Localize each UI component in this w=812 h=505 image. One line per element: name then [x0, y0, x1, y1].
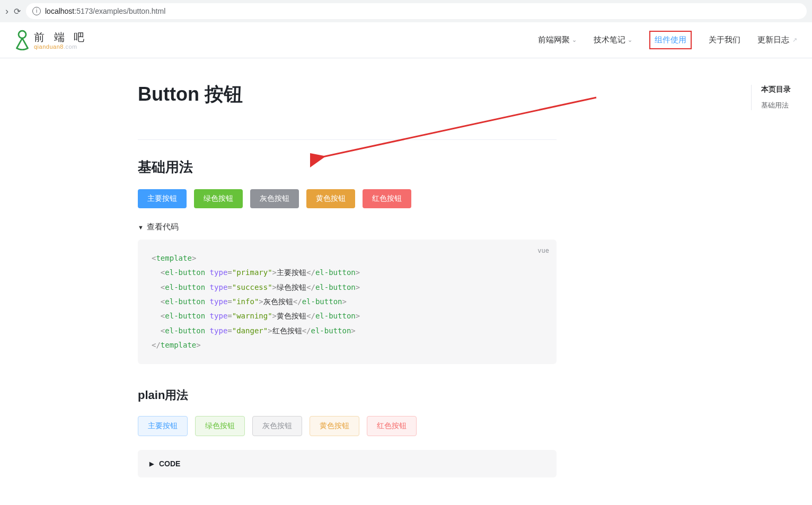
divider [138, 139, 557, 140]
page: Button 按钮 基础用法 主要按钮绿色按钮灰色按钮黄色按钮红色按钮 ▼ 查看… [0, 58, 812, 477]
code-bar-label: CODE [159, 459, 180, 468]
code-collapsed-bar[interactable]: ▶ CODE [138, 450, 557, 477]
success-button[interactable]: 绿色按钮 [195, 416, 245, 436]
button-row-plain: 主要按钮绿色按钮灰色按钮黄色按钮红色按钮 [138, 416, 557, 436]
code-content: <template> <el-button type="primary">主要按… [152, 251, 543, 352]
chevron-down-icon: ⌄ [628, 37, 632, 43]
danger-button[interactable]: 红色按钮 [363, 189, 411, 208]
svg-point-0 [19, 31, 26, 38]
button-row-basic: 主要按钮绿色按钮灰色按钮黄色按钮红色按钮 [138, 189, 557, 208]
code-block: vue <template> <el-button type="primary"… [138, 240, 557, 364]
primary-button[interactable]: 主要按钮 [138, 189, 187, 208]
danger-button[interactable]: 红色按钮 [367, 416, 417, 436]
browser-toolbar: › ⟳ i localhost:5173/examples/button.htm… [0, 0, 812, 22]
nav-item[interactable]: 技术笔记⌄ [594, 35, 632, 45]
reload-icon[interactable]: ⟳ [14, 6, 21, 16]
success-button[interactable]: 绿色按钮 [194, 189, 243, 208]
nav-item[interactable]: 更新日志 [757, 35, 797, 45]
site-info-icon[interactable]: i [32, 7, 41, 15]
main-content: Button 按钮 基础用法 主要按钮绿色按钮灰色按钮黄色按钮红色按钮 ▼ 查看… [138, 82, 557, 477]
main-nav: 前端网聚⌄技术笔记⌄组件使用关于我们更新日志 [538, 31, 797, 49]
warning-button[interactable]: 黄色按钮 [310, 416, 359, 436]
view-code-label: 查看代码 [147, 222, 179, 232]
logo-text-cn: 前 端 吧 [34, 30, 87, 45]
primary-button[interactable]: 主要按钮 [138, 416, 188, 436]
site-logo[interactable]: 前 端 吧 qianduan8.com [15, 30, 87, 50]
table-of-contents: 本页目录 基础用法 [751, 85, 791, 110]
info-button[interactable]: 灰色按钮 [250, 189, 299, 208]
view-code-toggle[interactable]: ▼ 查看代码 [138, 222, 557, 232]
warning-button[interactable]: 黄色按钮 [306, 189, 355, 208]
chevron-down-icon: ⌄ [572, 37, 577, 43]
page-title: Button 按钮 [138, 82, 557, 108]
site-header: 前 端 吧 qianduan8.com 前端网聚⌄技术笔记⌄组件使用关于我们更新… [0, 22, 812, 58]
address-bar[interactable]: i localhost:5173/examples/button.html [26, 3, 807, 19]
section-heading-plain: plain用法 [138, 387, 557, 403]
nav-item[interactable]: 组件使用 [649, 31, 692, 49]
forward-icon[interactable]: › [5, 6, 8, 17]
nav-item[interactable]: 关于我们 [709, 35, 740, 45]
toc-title: 本页目录 [761, 85, 791, 94]
triangle-right-icon: ▶ [149, 460, 154, 467]
code-language-badge: vue [537, 245, 549, 257]
section-heading-basic: 基础用法 [138, 158, 557, 176]
nav-item[interactable]: 前端网聚⌄ [538, 35, 577, 45]
info-button[interactable]: 灰色按钮 [252, 416, 302, 436]
url-text: localhost:5173/examples/button.html [45, 7, 165, 15]
toc-link[interactable]: 基础用法 [761, 101, 791, 110]
logo-icon [15, 30, 30, 50]
triangle-down-icon: ▼ [138, 224, 144, 231]
